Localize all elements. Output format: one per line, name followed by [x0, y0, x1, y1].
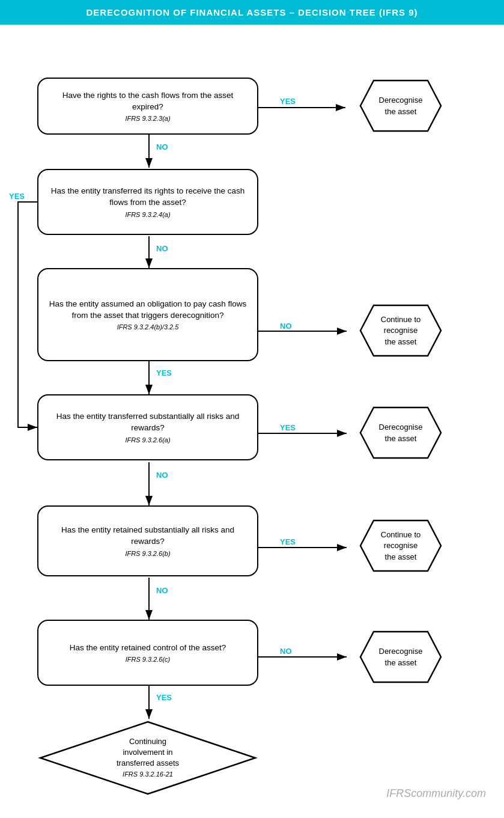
diamond-continuing: Continuinginvolvement intransferred asse…	[37, 719, 258, 797]
no-label-3: NO	[280, 322, 292, 331]
no-label-1: NO	[156, 142, 168, 151]
hexagon-derecognise-3: Derecognisethe asset	[347, 629, 454, 686]
decision-box-3: Has the entity assumed an obligation to …	[37, 268, 258, 361]
no-label-2: NO	[156, 244, 168, 253]
decision-box-4: Has the entity transferred substantially…	[37, 394, 258, 460]
yes-label-left: YES	[9, 192, 25, 201]
yes-label-4: YES	[280, 537, 296, 546]
no-label-6: NO	[280, 647, 292, 656]
no-label-5: NO	[156, 586, 168, 595]
decision-box-1: Have the rights to the cash flows from t…	[37, 78, 258, 135]
decision-box-5: Has the entity retained substantially al…	[37, 505, 258, 576]
yes-label-5: YES	[156, 693, 172, 702]
yes-label-2: YES	[156, 368, 172, 377]
decision-box-6: Has the entity retained control of the a…	[37, 620, 258, 686]
hexagon-continue-1: Continue torecognisethe asset	[347, 302, 454, 359]
header: DERECOGNITION OF FINANCIAL ASSETS – DECI…	[0, 0, 504, 25]
hexagon-derecognise-1: Derecognisethe asset	[347, 78, 454, 135]
yes-label-1: YES	[280, 97, 296, 106]
yes-label-3: YES	[280, 423, 296, 432]
no-label-4: NO	[156, 471, 168, 480]
hexagon-derecognise-2: Derecognisethe asset	[347, 404, 454, 462]
decision-box-2: Has the entity transferred its rights to…	[37, 169, 258, 235]
hexagon-continue-2: Continue torecognisethe asset	[347, 517, 454, 575]
watermark: IFRScommunity.com	[386, 787, 486, 800]
